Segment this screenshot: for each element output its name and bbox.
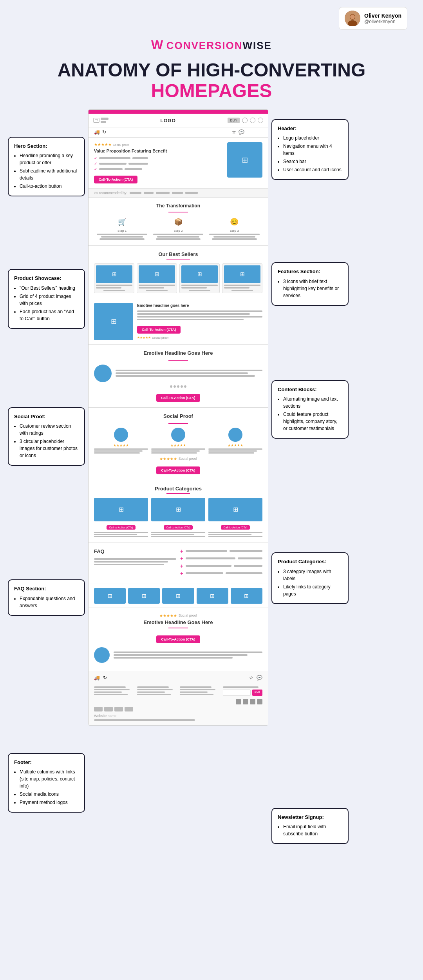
wf-catl-2c — [151, 536, 205, 537]
wf-feature-label-3: Step 3 — [206, 229, 262, 232]
features-ann-title: Features Section: — [278, 268, 342, 276]
wf-nav-chat: 💬 — [239, 129, 244, 135]
wf-faq-plus-4[interactable]: + — [180, 571, 183, 576]
footer-ann-list: Multiple columns with links (site map, p… — [14, 768, 79, 806]
wf-fcl1-2 — [94, 689, 130, 690]
wf-sp-cta[interactable]: Call-To-Action (CTA) — [156, 466, 200, 474]
newsletter-ann-list: Email input field with subscribe button — [278, 823, 342, 837]
wf-product-img-2: ⊞ — [139, 265, 175, 283]
wf-content-block-section: ⊞ Emotive headline goes here Call-To-Act… — [89, 299, 268, 345]
wf-account-icon[interactable] — [250, 118, 255, 123]
wf-cat-btn-1[interactable]: Call-to-Action (CTa) — [107, 525, 135, 530]
wf-feature-1: 🛒 Step 1 — [94, 216, 150, 240]
right-annotations: Header: Logo placeholder Navigation menu… — [268, 109, 349, 851]
sp-ann-1: Customer review section with ratings — [20, 423, 79, 437]
social-proof-title: Social Proof: — [14, 413, 79, 421]
wf-check-3: ✓ — [94, 167, 223, 171]
wf-final-content — [94, 647, 262, 663]
wf-sp-avatar-1 — [114, 428, 128, 442]
wf-faq-q4: + — [180, 571, 262, 576]
wf-cat-1: ⊞ Call-to-Action (CTa) — [94, 498, 148, 537]
wf-hero-stars: ★★★★★ Social proof — [94, 142, 223, 147]
wf-check-line-3b — [125, 168, 142, 170]
wf-faq-plus-1[interactable]: + — [180, 548, 183, 554]
wf-faq-dl-1 — [94, 558, 176, 560]
wf-final-cta: ★★★★★ Social proof Emotive Headline Goes… — [89, 608, 268, 671]
wf-pl-1b — [96, 287, 121, 289]
wf-fl-1b — [101, 236, 143, 238]
wf-cat-lines-2 — [151, 532, 205, 537]
hero-ann-item-1: Headline promoting a key product or offe… — [20, 152, 79, 166]
wf-sp-overall-label: Social proof — [179, 457, 197, 461]
hero-ann-item-2: Subheadline with additional details — [20, 167, 79, 181]
wf-fl-3a — [209, 234, 260, 235]
wf-search-icon[interactable] — [242, 118, 248, 123]
wf-subscribe-btn[interactable]: SUB — [252, 690, 262, 696]
wf-fcl-1 — [114, 652, 262, 653]
wf-product-lines-1 — [96, 285, 132, 289]
wf-footer-col-3 — [180, 686, 220, 696]
wf-faq-plus-3[interactable]: + — [180, 563, 183, 569]
wf-nav-right-space — [247, 129, 262, 135]
wf-cl-4 — [137, 319, 244, 320]
wf-buy-btn[interactable]: BUY — [228, 118, 240, 123]
wf-hero-image: ⊞ — [227, 142, 262, 178]
wf-emotive-cta[interactable]: Call-To-Action (CTA) — [156, 394, 200, 402]
wf-pl-3b — [181, 287, 207, 289]
wf-footer-star-icon: ☆ — [249, 675, 253, 681]
wf-fcl2-2 — [137, 689, 173, 690]
wf-content-cta[interactable]: Call-To-Action (CTA) — [137, 326, 181, 334]
profile-info: Oliver Kenyon @oliverkenyon — [364, 13, 401, 24]
wf-fcl3-3 — [180, 691, 208, 693]
wf-pl-2b — [139, 287, 164, 289]
cb-ann-1: Alternating image and text sections — [283, 396, 342, 410]
wf-cat-btn-2[interactable]: Call-to-Action (CTa) — [164, 525, 192, 530]
wf-hero-cta[interactable]: Call-To-Action (CTA) — [94, 176, 137, 183]
wf-content-lines — [137, 310, 262, 320]
wf-social-icon-3[interactable] — [250, 699, 255, 704]
wf-faq-line-3b — [234, 565, 263, 567]
wf-footer-social — [94, 699, 262, 704]
footer-ann-title: Footer: — [14, 759, 79, 766]
footer-ann-1: Multiple columns with links (site map, p… — [20, 768, 79, 789]
wf-nav-lines — [101, 118, 108, 123]
wf-nav-star: ☆ — [232, 129, 236, 135]
wf-spl-1b — [94, 450, 143, 452]
newsletter-annotation: Newsletter Signup: Email input field wit… — [271, 808, 349, 844]
wf-product-lines-2 — [139, 285, 175, 289]
product-showcase-title: Product Showcase: — [14, 274, 79, 282]
wf-feature-icon-2: 📦 — [172, 216, 184, 227]
profile-card[interactable]: Oliver Kenyon @oliverkenyon — [339, 7, 407, 30]
wf-em-line-1 — [116, 370, 262, 371]
wf-social-icon-1[interactable] — [236, 699, 241, 704]
profile-name: Oliver Kenyon — [364, 13, 401, 19]
wf-content-social: ★★★★★ Social proof — [137, 336, 262, 339]
wf-cat-btn-3[interactable]: Call-to-Action (CTa) — [221, 525, 249, 530]
wf-social-icon-2[interactable] — [243, 699, 248, 704]
wf-feature-label-2: Step 2 — [150, 229, 206, 232]
wf-cart-icon[interactable] — [258, 118, 263, 123]
wf-fcl1-4 — [94, 694, 128, 695]
wf-social-icon-4[interactable] — [257, 699, 262, 704]
wf-hero-section: ★★★★★ Social proof Value Proposition Fea… — [89, 138, 268, 189]
wf-dot-1 — [170, 385, 172, 388]
wf-email-input[interactable] — [223, 690, 251, 696]
wf-cat-lines-3 — [208, 532, 262, 537]
wf-icon-4: ⊞ — [197, 588, 228, 604]
wf-final-cta-section: ★★★★★ Social proof Emotive Headline Goes… — [89, 608, 268, 671]
wf-fcl2-3 — [137, 691, 165, 693]
wf-sp-stars-3: ★★★★★ — [208, 443, 262, 447]
wf-sp-underline — [168, 423, 188, 424]
wf-faq-desc-lines — [94, 558, 176, 565]
ps-ann-2: Grid of 4 product images with prices — [20, 293, 79, 307]
wf-faq-dl-3 — [94, 564, 164, 565]
wf-final-cta-btn[interactable]: Call-To-Action (CTA) — [156, 635, 200, 643]
logo-text: CONVERSIONWISE — [166, 40, 272, 51]
wf-faq-plus-2[interactable]: + — [180, 556, 183, 561]
wf-catl-1a — [94, 532, 148, 533]
wf-fcl3-2 — [180, 689, 215, 690]
features-ann-list: 3 icons with brief text highlighting key… — [278, 278, 342, 299]
wf-fl-3c — [212, 238, 257, 240]
wf-faq-q2: + — [180, 556, 262, 561]
hero-annotation-list: Headline promoting a key product or offe… — [14, 152, 79, 190]
